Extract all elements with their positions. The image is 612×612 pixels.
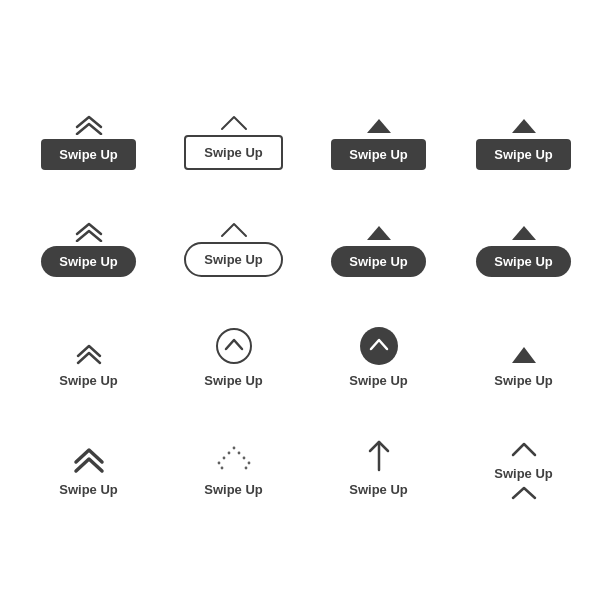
cell-r3-2: Swipe Up — [161, 317, 306, 400]
cell-r1-4: Swipe Up — [451, 103, 596, 182]
svg-marker-2 — [367, 226, 391, 240]
circle-chevron-icon — [215, 327, 253, 365]
swipe-up-button-r1-1[interactable]: Swipe Up — [41, 139, 136, 170]
svg-marker-6 — [512, 347, 536, 363]
cell-r1-2: Swipe Up — [161, 103, 306, 182]
svg-marker-1 — [512, 119, 536, 133]
svg-point-15 — [244, 467, 247, 470]
swipe-up-label-r4-4: Swipe Up — [494, 466, 553, 481]
chevron-double-icon — [73, 113, 105, 135]
main-grid: Swipe Up Swipe Up Swipe Up Swipe Up — [16, 83, 596, 529]
svg-point-11 — [242, 457, 245, 460]
chevron-solid-sm-icon — [510, 345, 538, 365]
swipe-up-button-r1-3[interactable]: Swipe Up — [331, 139, 426, 170]
icon-area — [508, 117, 540, 135]
chevron-extra-icon — [510, 485, 538, 501]
icon-area — [363, 117, 395, 135]
icon-area — [73, 339, 105, 365]
icon-area — [73, 220, 105, 242]
swipe-up-label-r3-3: Swipe Up — [349, 373, 408, 388]
swipe-up-label-r4-1: Swipe Up — [59, 482, 118, 497]
icon-area — [218, 113, 250, 131]
icon-area — [508, 224, 540, 242]
icon-area — [510, 345, 538, 365]
svg-point-12 — [217, 462, 220, 465]
chevron-double-bold-icon — [72, 446, 106, 474]
svg-point-4 — [217, 329, 251, 363]
swipe-up-button-r2-4[interactable]: Swipe Up — [476, 246, 571, 277]
icon-area — [510, 440, 538, 458]
icon-area — [73, 113, 105, 135]
cell-r2-4: Swipe Up — [451, 210, 596, 289]
swipe-up-button-r2-3[interactable]: Swipe Up — [331, 246, 426, 277]
cell-r4-2: Swipe Up — [161, 428, 306, 509]
svg-marker-0 — [367, 119, 391, 133]
icon-area — [363, 224, 395, 242]
cell-r1-1: Swipe Up — [16, 103, 161, 182]
chevron-notch-icon-r2 — [363, 224, 395, 242]
cell-r3-3: Swipe Up — [306, 317, 451, 400]
chevron-notch-icon — [363, 117, 395, 135]
swipe-up-label-r4-3: Swipe Up — [349, 482, 408, 497]
swipe-up-label-r4-2: Swipe Up — [204, 482, 263, 497]
icon-area — [215, 444, 253, 474]
swipe-up-button-r1-2[interactable]: Swipe Up — [184, 135, 283, 170]
icon-area — [218, 220, 250, 238]
chevron-thin-icon-r2 — [218, 220, 250, 238]
icon-area — [215, 327, 253, 365]
cell-r3-4: Swipe Up — [451, 317, 596, 400]
svg-point-9 — [237, 452, 240, 455]
svg-marker-3 — [512, 226, 536, 240]
dots-chevron-icon — [215, 444, 253, 474]
chevron-double-icon-r3 — [73, 339, 105, 365]
extra-icon-area — [510, 485, 538, 501]
chevron-thin-icon — [218, 113, 250, 131]
chevron-solid-icon-r2 — [508, 224, 540, 242]
swipe-up-button-r1-4[interactable]: Swipe Up — [476, 139, 571, 170]
cell-r3-1: Swipe Up — [16, 317, 161, 400]
chevron-single-sm-icon — [510, 440, 538, 458]
cell-r2-3: Swipe Up — [306, 210, 451, 289]
circle-filled-chevron-icon — [360, 327, 398, 365]
chevron-solid-icon — [508, 117, 540, 135]
swipe-up-button-r2-1[interactable]: Swipe Up — [41, 246, 136, 277]
cell-r2-1: Swipe Up — [16, 210, 161, 289]
swipe-up-label-r3-4: Swipe Up — [494, 373, 553, 388]
icon-area — [365, 438, 393, 474]
svg-point-13 — [247, 462, 250, 465]
swipe-up-button-r2-2[interactable]: Swipe Up — [184, 242, 283, 277]
chevron-double-icon-r2 — [73, 220, 105, 242]
svg-point-10 — [222, 457, 225, 460]
arrow-up-icon — [365, 438, 393, 474]
svg-point-7 — [232, 447, 235, 450]
svg-point-8 — [227, 452, 230, 455]
svg-point-14 — [220, 467, 223, 470]
svg-point-5 — [360, 327, 398, 365]
icon-area — [360, 327, 398, 365]
cell-r1-3: Swipe Up — [306, 103, 451, 182]
cell-r4-4: Swipe Up — [451, 428, 596, 509]
cell-r4-1: Swipe Up — [16, 428, 161, 509]
swipe-up-label-r3-1: Swipe Up — [59, 373, 118, 388]
cell-r2-2: Swipe Up — [161, 210, 306, 289]
icon-area — [72, 446, 106, 474]
cell-r4-3: Swipe Up — [306, 428, 451, 509]
swipe-up-label-r3-2: Swipe Up — [204, 373, 263, 388]
